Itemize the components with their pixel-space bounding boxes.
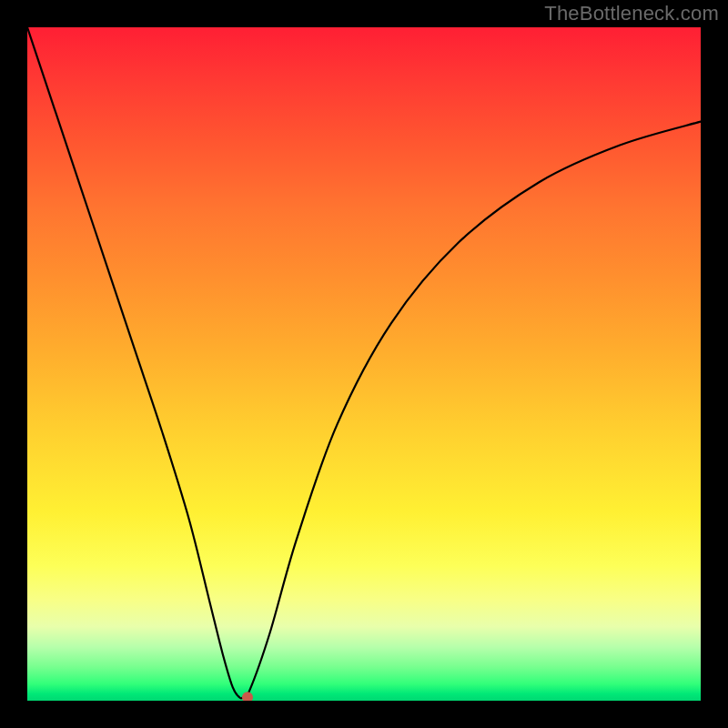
plot-area: [27, 27, 701, 701]
optimum-marker: [242, 692, 253, 701]
bottleneck-curve: [27, 27, 701, 698]
chart-frame: TheBottleneck.com: [0, 0, 728, 728]
curve-layer: [27, 27, 701, 701]
watermark-text: TheBottleneck.com: [544, 2, 719, 25]
